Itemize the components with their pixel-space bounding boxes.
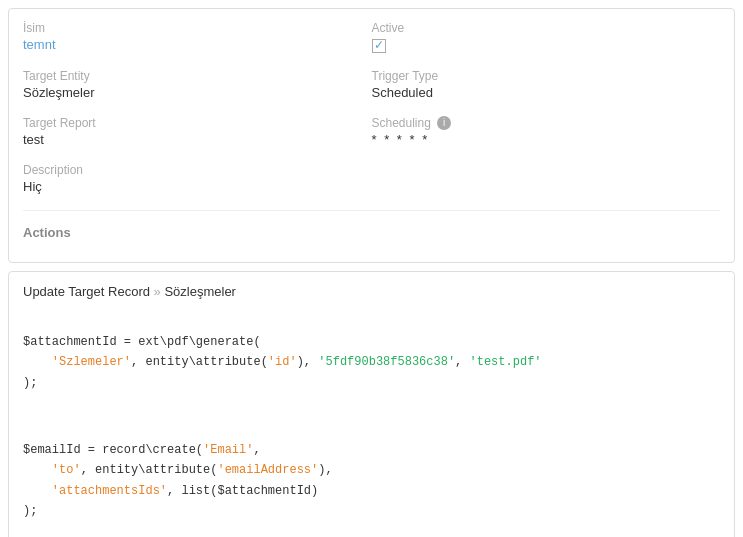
- row-target-entity-trigger: Target Entity Sözleşmeler Trigger Type S…: [23, 69, 720, 106]
- code-line-3: );: [23, 376, 37, 390]
- code-line-6: 'attachmentsIds', list($attachmentId): [23, 484, 318, 498]
- code-section: Update Target Record » Sözleşmeler $atta…: [8, 271, 735, 537]
- scheduling-info-icon: i: [437, 116, 451, 130]
- row-description: Description Hiç: [23, 163, 720, 200]
- field-target-entity: Target Entity Sözleşmeler: [23, 69, 372, 100]
- target-report-label: Target Report: [23, 116, 372, 130]
- active-checkbox-box: [372, 39, 386, 53]
- code-para-2: $emailId = record\create('Email', 'to', …: [23, 440, 720, 522]
- code-header: Update Target Record » Sözleşmeler: [23, 284, 720, 299]
- scheduling-value: * * * * *: [372, 132, 721, 147]
- isim-value: temnt: [23, 37, 372, 52]
- code-line-2: 'Szlemeler', entity\attribute('id'), '5f…: [23, 355, 542, 369]
- target-entity-label: Target Entity: [23, 69, 372, 83]
- isim-label: İsim: [23, 21, 372, 35]
- trigger-type-value: Scheduled: [372, 85, 721, 100]
- code-header-entity: Sözleşmeler: [164, 284, 236, 299]
- row-target-report-scheduling: Target Report test Scheduling i * * * * …: [23, 116, 720, 154]
- code-line-1: $attachmentId = ext\pdf\generate(: [23, 335, 261, 349]
- description-label: Description: [23, 163, 720, 177]
- field-isim: İsim temnt: [23, 21, 372, 53]
- trigger-type-label: Trigger Type: [372, 69, 721, 83]
- description-value: Hiç: [23, 179, 720, 194]
- code-block: $attachmentId = ext\pdf\generate( 'Szlem…: [23, 311, 720, 537]
- field-scheduling: Scheduling i * * * * *: [372, 116, 721, 148]
- target-entity-value: Sözleşmeler: [23, 85, 372, 100]
- code-header-prefix: Update Target Record: [23, 284, 150, 299]
- code-line-4: $emailId = record\create('Email',: [23, 443, 261, 457]
- section-divider: [23, 210, 720, 211]
- code-header-arrow: »: [154, 284, 165, 299]
- scheduling-label: Scheduling i: [372, 116, 721, 131]
- field-description: Description Hiç: [23, 163, 720, 194]
- target-report-value: test: [23, 132, 372, 147]
- field-trigger-type: Trigger Type Scheduled: [372, 69, 721, 100]
- field-active: Active: [372, 21, 721, 53]
- code-line-7: );: [23, 504, 37, 518]
- field-target-report: Target Report test: [23, 116, 372, 148]
- code-line-5: 'to', entity\attribute('emailAddress'),: [23, 463, 333, 477]
- row-isim-active: İsim temnt Active: [23, 21, 720, 59]
- active-checkbox: [372, 37, 721, 53]
- details-section: İsim temnt Active Target Entity Sözleşme…: [8, 8, 735, 263]
- actions-label: Actions: [23, 221, 720, 240]
- code-para-1: $attachmentId = ext\pdf\generate( 'Szlem…: [23, 332, 720, 393]
- active-label: Active: [372, 21, 721, 35]
